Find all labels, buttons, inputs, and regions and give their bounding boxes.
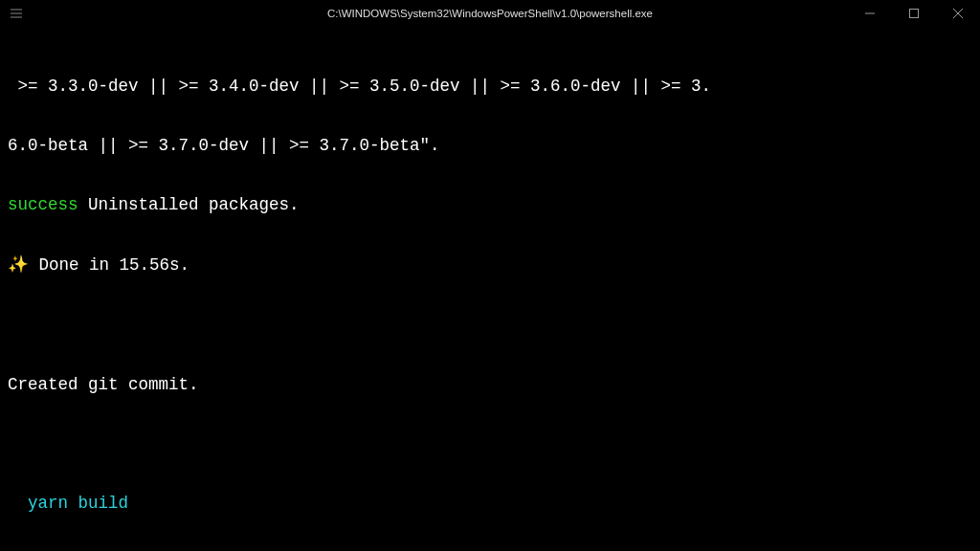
success-msg: Uninstalled packages.	[78, 195, 300, 214]
window-controls	[848, 0, 980, 27]
output-line: Created git commit.	[8, 375, 972, 395]
output-line: ✨ Done in 15.56s.	[8, 255, 972, 276]
sparkle-icon: ✨	[8, 255, 29, 275]
terminal-output[interactable]: >= 3.3.0-dev || >= 3.4.0-dev || >= 3.5.0…	[0, 27, 980, 551]
blank-line	[8, 434, 972, 454]
output-line: >= 3.3.0-dev || >= 3.4.0-dev || >= 3.5.0…	[8, 77, 972, 97]
window-title: C:\WINDOWS\System32\WindowsPowerShell\v1…	[0, 0, 980, 27]
output-line: success Uninstalled packages.	[8, 195, 972, 215]
minimize-button[interactable]	[848, 0, 892, 27]
menu-icon[interactable]	[0, 0, 33, 27]
output-line: 6.0-beta || >= 3.7.0-dev || >= 3.7.0-bet…	[8, 136, 972, 156]
maximize-button[interactable]	[892, 0, 936, 27]
success-label: success	[8, 195, 78, 214]
close-button[interactable]	[936, 0, 980, 27]
done-msg: Done in 15.56s.	[29, 255, 189, 275]
window-titlebar: C:\WINDOWS\System32\WindowsPowerShell\v1…	[0, 0, 980, 27]
blank-line	[8, 315, 972, 335]
command-name: yarn build	[8, 494, 972, 514]
svg-rect-0	[910, 10, 919, 18]
